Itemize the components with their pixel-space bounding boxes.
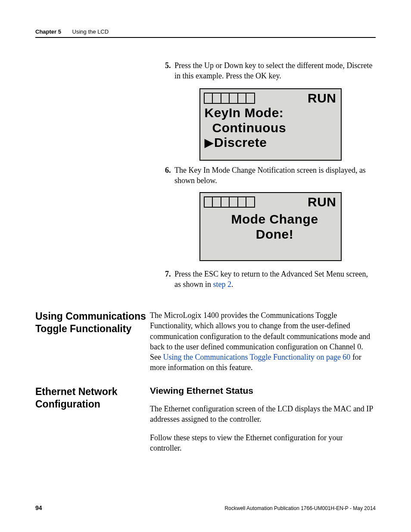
header-rule <box>35 37 376 38</box>
lcd-line-modechange: Mode Change <box>200 212 349 227</box>
section-comm-toggle-body: The MicroLogix 1400 provides the Communi… <box>150 310 376 373</box>
eth-paragraph-2: Follow these steps to view the Ethernet … <box>150 432 376 454</box>
eth-paragraph-1: The Ethernet configuration screen of the… <box>150 404 376 425</box>
page: Chapter 5 Using the LCD 5 Press the Up o… <box>0 0 411 532</box>
chapter-title: Using the LCD <box>72 28 109 35</box>
link-step-2[interactable]: step 2 <box>213 280 232 289</box>
lcd-option-discrete-selected: Discrete <box>200 135 341 150</box>
step-6: 6 The Key In Mode Change Notification sc… <box>165 165 376 189</box>
step-5: 5 Press the Up or Down key to select the… <box>165 60 376 84</box>
step-number: 6 <box>165 165 174 186</box>
step-text: Press the Up or Down key to select the d… <box>174 60 376 81</box>
run-status: RUN <box>308 195 336 209</box>
chapter-number: Chapter 5 <box>35 28 61 35</box>
lcd-display: RUN KeyIn Mode: Continuous Discrete <box>199 88 342 161</box>
page-number: 94 <box>35 504 42 511</box>
subheading-viewing-eth-status: Viewing Ethernet Status <box>150 386 376 396</box>
page-footer: 94 Rockwell Automation Publication 1766-… <box>35 504 376 511</box>
lcd-line-title: KeyIn Mode: <box>200 106 341 121</box>
section-ethernet-body: Viewing Ethernet Status The Ethernet con… <box>150 386 376 461</box>
step-7: 7 Press the ESC key to return to the Adv… <box>165 269 376 292</box>
running-header: Chapter 5 Using the LCD <box>35 28 376 35</box>
lcd-display: RUN Mode Change Done! <box>199 192 342 261</box>
lcd-screenshot-keyin: RUN KeyIn Mode: Continuous Discrete <box>165 88 376 161</box>
side-heading: Using Communications Toggle Functionalit… <box>35 310 152 335</box>
side-heading: Ethernet Network Configuration <box>35 386 152 411</box>
step-number: 5 <box>165 60 174 81</box>
lcd-line-done: Done! <box>200 227 349 242</box>
step-number: 7 <box>165 269 174 290</box>
heading-comm-toggle: Using Communications Toggle Functionalit… <box>35 310 152 335</box>
io-indicator-boxes <box>204 93 254 104</box>
publication-info: Rockwell Automation Publication 1766-UM0… <box>224 505 376 511</box>
heading-ethernet-config: Ethernet Network Configuration <box>35 386 152 411</box>
link-comm-toggle-p60[interactable]: Using the Communications Toggle Function… <box>163 353 351 361</box>
step-text-after: . <box>231 280 234 289</box>
lcd-screenshot-modechange: RUN Mode Change Done! <box>165 192 376 261</box>
io-indicator-boxes <box>204 196 254 208</box>
step-text-before: Press the ESC key to return to the Advan… <box>174 270 368 289</box>
run-status: RUN <box>308 91 336 106</box>
lcd-option-continuous: Continuous <box>200 121 341 136</box>
step-text: The Key In Mode Change Notification scre… <box>174 165 376 186</box>
step-text: Press the ESC key to return to the Advan… <box>174 269 376 290</box>
